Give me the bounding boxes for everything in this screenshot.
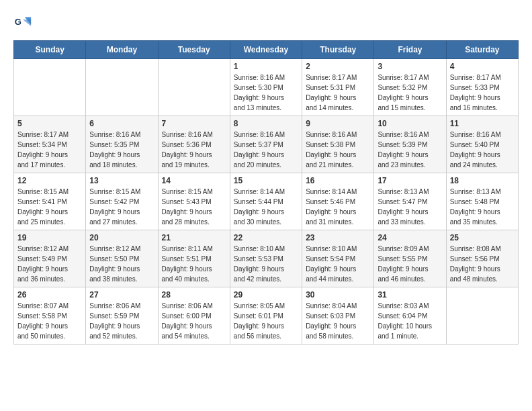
day-number: 23 — [306, 233, 370, 242]
day-number: 8 — [234, 119, 298, 128]
calendar-day-cell: 1Sunrise: 8:16 AMSunset: 5:30 PMDaylight… — [230, 59, 302, 116]
day-info: Sunrise: 8:16 AMSunset: 5:37 PMDaylight:… — [234, 130, 298, 170]
day-info: Sunrise: 8:12 AMSunset: 5:49 PMDaylight:… — [17, 244, 82, 284]
day-number: 28 — [162, 290, 226, 300]
calendar-week-row: 1Sunrise: 8:16 AMSunset: 5:30 PMDaylight… — [14, 59, 519, 116]
weekday-header-cell: Tuesday — [158, 41, 230, 59]
day-info: Sunrise: 8:15 AMSunset: 5:43 PMDaylight:… — [162, 187, 226, 227]
day-number: 4 — [450, 62, 515, 71]
day-info: Sunrise: 8:08 AMSunset: 5:56 PMDaylight:… — [450, 244, 515, 284]
logo-icon: G — [13, 13, 32, 32]
day-info: Sunrise: 8:03 AMSunset: 6:04 PMDaylight:… — [378, 301, 442, 341]
day-info: Sunrise: 8:16 AMSunset: 5:39 PMDaylight:… — [378, 130, 442, 170]
calendar-table: SundayMondayTuesdayWednesdayThursdayFrid… — [13, 40, 519, 345]
day-number: 29 — [234, 290, 298, 300]
day-info: Sunrise: 8:17 AMSunset: 5:31 PMDaylight:… — [306, 73, 370, 113]
day-number: 24 — [378, 233, 442, 242]
day-info: Sunrise: 8:13 AMSunset: 5:48 PMDaylight:… — [450, 187, 515, 227]
calendar-day-cell: 15Sunrise: 8:14 AMSunset: 5:44 PMDayligh… — [230, 173, 302, 230]
calendar-day-cell: 6Sunrise: 8:16 AMSunset: 5:35 PMDaylight… — [86, 116, 158, 173]
day-info: Sunrise: 8:14 AMSunset: 5:46 PMDaylight:… — [306, 187, 370, 227]
calendar-day-cell: 14Sunrise: 8:15 AMSunset: 5:43 PMDayligh… — [158, 173, 230, 230]
day-number: 26 — [17, 290, 82, 300]
day-info: Sunrise: 8:15 AMSunset: 5:41 PMDaylight:… — [17, 187, 82, 227]
calendar-week-row: 5Sunrise: 8:17 AMSunset: 5:34 PMDaylight… — [14, 116, 519, 173]
day-number: 16 — [306, 176, 370, 185]
svg-text:G: G — [15, 17, 21, 27]
calendar-day-cell: 18Sunrise: 8:13 AMSunset: 5:48 PMDayligh… — [446, 173, 518, 230]
day-number: 27 — [89, 290, 154, 300]
calendar-day-cell: 4Sunrise: 8:17 AMSunset: 5:33 PMDaylight… — [446, 59, 518, 116]
calendar-day-cell: 31Sunrise: 8:03 AMSunset: 6:04 PMDayligh… — [374, 287, 446, 345]
day-number: 14 — [162, 176, 226, 185]
day-info: Sunrise: 8:07 AMSunset: 5:58 PMDaylight:… — [17, 301, 82, 341]
day-number: 21 — [162, 233, 226, 242]
calendar-day-cell: 22Sunrise: 8:10 AMSunset: 5:53 PMDayligh… — [230, 230, 302, 287]
day-number: 6 — [89, 119, 154, 128]
day-info: Sunrise: 8:11 AMSunset: 5:51 PMDaylight:… — [162, 244, 226, 284]
day-info: Sunrise: 8:05 AMSunset: 6:01 PMDaylight:… — [234, 301, 298, 341]
calendar-day-cell: 19Sunrise: 8:12 AMSunset: 5:49 PMDayligh… — [14, 230, 86, 287]
day-number: 12 — [17, 176, 82, 185]
calendar-body: 1Sunrise: 8:16 AMSunset: 5:30 PMDaylight… — [14, 59, 519, 345]
day-info: Sunrise: 8:15 AMSunset: 5:42 PMDaylight:… — [89, 187, 154, 227]
day-number: 1 — [234, 62, 298, 71]
day-number: 13 — [89, 176, 154, 185]
calendar-day-cell: 9Sunrise: 8:16 AMSunset: 5:38 PMDaylight… — [302, 116, 374, 173]
day-info: Sunrise: 8:17 AMSunset: 5:32 PMDaylight:… — [378, 73, 442, 113]
day-info: Sunrise: 8:06 AMSunset: 5:59 PMDaylight:… — [89, 301, 154, 341]
day-number: 7 — [162, 119, 226, 128]
calendar-day-cell: 8Sunrise: 8:16 AMSunset: 5:37 PMDaylight… — [230, 116, 302, 173]
calendar-day-cell: 13Sunrise: 8:15 AMSunset: 5:42 PMDayligh… — [86, 173, 158, 230]
page-header: G — [13, 13, 519, 32]
day-number: 5 — [17, 119, 82, 128]
calendar-day-cell: 17Sunrise: 8:13 AMSunset: 5:47 PMDayligh… — [374, 173, 446, 230]
day-info: Sunrise: 8:17 AMSunset: 5:33 PMDaylight:… — [450, 73, 515, 113]
day-info: Sunrise: 8:16 AMSunset: 5:36 PMDaylight:… — [162, 130, 226, 170]
calendar-day-cell: 26Sunrise: 8:07 AMSunset: 5:58 PMDayligh… — [14, 287, 86, 345]
calendar-day-cell: 7Sunrise: 8:16 AMSunset: 5:36 PMDaylight… — [158, 116, 230, 173]
calendar-day-cell: 20Sunrise: 8:12 AMSunset: 5:50 PMDayligh… — [86, 230, 158, 287]
day-info: Sunrise: 8:09 AMSunset: 5:55 PMDaylight:… — [378, 244, 442, 284]
day-info: Sunrise: 8:14 AMSunset: 5:44 PMDaylight:… — [234, 187, 298, 227]
weekday-header-cell: Saturday — [446, 41, 518, 59]
calendar-day-cell: 12Sunrise: 8:15 AMSunset: 5:41 PMDayligh… — [14, 173, 86, 230]
calendar-day-cell: 16Sunrise: 8:14 AMSunset: 5:46 PMDayligh… — [302, 173, 374, 230]
svg-marker-2 — [23, 19, 31, 26]
calendar-day-cell: 2Sunrise: 8:17 AMSunset: 5:31 PMDaylight… — [302, 59, 374, 116]
day-info: Sunrise: 8:10 AMSunset: 5:54 PMDaylight:… — [306, 244, 370, 284]
day-number: 25 — [450, 233, 515, 242]
logo: G — [13, 13, 36, 32]
day-number: 17 — [378, 176, 442, 185]
day-number: 22 — [234, 233, 298, 242]
day-number: 20 — [89, 233, 154, 242]
day-info: Sunrise: 8:16 AMSunset: 5:40 PMDaylight:… — [450, 130, 515, 170]
calendar-day-cell: 27Sunrise: 8:06 AMSunset: 5:59 PMDayligh… — [86, 287, 158, 345]
calendar-week-row: 26Sunrise: 8:07 AMSunset: 5:58 PMDayligh… — [14, 287, 519, 345]
weekday-header-cell: Friday — [374, 41, 446, 59]
day-info: Sunrise: 8:12 AMSunset: 5:50 PMDaylight:… — [89, 244, 154, 284]
day-info: Sunrise: 8:06 AMSunset: 6:00 PMDaylight:… — [162, 301, 226, 341]
calendar-day-cell: 25Sunrise: 8:08 AMSunset: 5:56 PMDayligh… — [446, 230, 518, 287]
calendar-day-cell — [14, 59, 86, 116]
day-number: 30 — [306, 290, 370, 300]
day-number: 2 — [306, 62, 370, 71]
calendar-day-cell: 10Sunrise: 8:16 AMSunset: 5:39 PMDayligh… — [374, 116, 446, 173]
calendar-day-cell: 24Sunrise: 8:09 AMSunset: 5:55 PMDayligh… — [374, 230, 446, 287]
calendar-day-cell: 21Sunrise: 8:11 AMSunset: 5:51 PMDayligh… — [158, 230, 230, 287]
day-info: Sunrise: 8:16 AMSunset: 5:30 PMDaylight:… — [234, 73, 298, 113]
calendar-day-cell — [446, 287, 518, 345]
weekday-header-cell: Sunday — [14, 41, 86, 59]
calendar-day-cell: 23Sunrise: 8:10 AMSunset: 5:54 PMDayligh… — [302, 230, 374, 287]
day-info: Sunrise: 8:04 AMSunset: 6:03 PMDaylight:… — [306, 301, 370, 341]
day-info: Sunrise: 8:16 AMSunset: 5:35 PMDaylight:… — [89, 130, 154, 170]
calendar-day-cell: 3Sunrise: 8:17 AMSunset: 5:32 PMDaylight… — [374, 59, 446, 116]
day-number: 31 — [378, 290, 442, 300]
day-number: 15 — [234, 176, 298, 185]
day-number: 19 — [17, 233, 82, 242]
weekday-header-cell: Monday — [86, 41, 158, 59]
calendar-day-cell: 5Sunrise: 8:17 AMSunset: 5:34 PMDaylight… — [14, 116, 86, 173]
calendar-day-cell: 11Sunrise: 8:16 AMSunset: 5:40 PMDayligh… — [446, 116, 518, 173]
calendar-day-cell: 29Sunrise: 8:05 AMSunset: 6:01 PMDayligh… — [230, 287, 302, 345]
day-number: 11 — [450, 119, 515, 128]
